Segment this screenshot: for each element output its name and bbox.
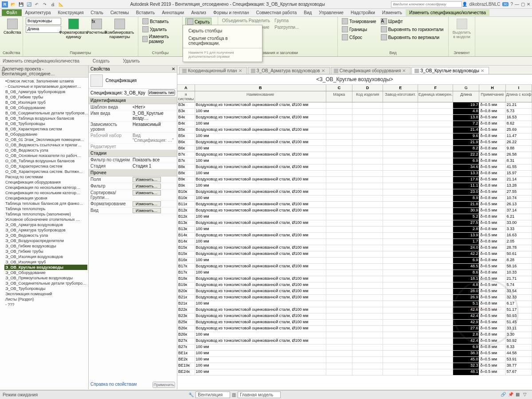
col-letter[interactable]: A <box>177 85 195 91</box>
tab-modify[interactable]: Изменить <box>379 9 406 16</box>
cell[interactable] <box>418 127 453 133</box>
cell[interactable] <box>326 313 352 319</box>
tree-item[interactable]: Спецификация по нескольким категор… <box>4 190 87 196</box>
cell[interactable] <box>383 115 418 121</box>
cell[interactable]: 8.2 <box>453 146 479 152</box>
cell[interactable]: 6.9 <box>453 158 479 164</box>
cell[interactable] <box>418 208 453 214</box>
schedule-row[interactable]: В14кВоздуховод из тонколистовой оцинкова… <box>177 233 532 239</box>
cell[interactable]: В16к <box>177 258 195 263</box>
cell[interactable]: 100 мм <box>195 183 326 189</box>
cell[interactable]: 18.1 <box>453 276 479 282</box>
schedule-row[interactable]: В9кВоздуховод из тонколистовой оцинкован… <box>177 177 532 183</box>
cell[interactable] <box>418 183 453 189</box>
schedule-row[interactable]: ВЕ2к100 мм45.0δ=0.5 мм53.91 <box>177 357 532 363</box>
cell[interactable]: 8.62 <box>506 121 532 127</box>
tree-item[interactable]: Спецификация уровня <box>4 196 87 201</box>
cell[interactable]: 3.33 <box>506 227 532 232</box>
cell[interactable]: δ=0.5 мм <box>479 276 505 282</box>
cell[interactable] <box>418 233 453 239</box>
schedule-row[interactable]: В16к100 мм6.9δ=0.8 мм8.28 <box>177 258 532 264</box>
tab-manage[interactable]: Управление <box>315 9 347 16</box>
schedule-row[interactable]: ВЕ24к100 мм48.1δ=0.5 мм57.67 <box>177 369 532 376</box>
cell[interactable] <box>326 109 352 114</box>
cell[interactable] <box>326 251 352 257</box>
cell[interactable] <box>418 115 453 121</box>
cell[interactable]: 13.9 <box>453 233 479 239</box>
cell[interactable] <box>352 177 383 183</box>
cell[interactable]: 51.45 <box>506 320 532 325</box>
cell[interactable]: В27к <box>177 338 195 344</box>
cell[interactable] <box>352 109 383 114</box>
cell[interactable] <box>383 264 418 270</box>
signin-icon[interactable]: 👤 <box>462 2 467 7</box>
cell[interactable]: 22.2 <box>453 152 479 158</box>
formatting-edit-button[interactable]: Изменить… <box>133 201 161 207</box>
cell[interactable] <box>383 164 418 170</box>
cell[interactable]: В17к <box>177 264 195 270</box>
cell[interactable] <box>326 276 352 282</box>
appearance-edit-button[interactable]: Изменить… <box>133 208 161 213</box>
cell[interactable]: 100 мм <box>195 369 326 375</box>
cell[interactable]: δ=0.8 мм <box>479 270 505 276</box>
cell[interactable]: В10к <box>177 189 195 195</box>
cell[interactable]: Воздуховод из тонколистовой оцинкованной… <box>195 251 326 257</box>
cell[interactable]: В12к <box>177 208 195 214</box>
cell[interactable]: В18к <box>177 276 195 282</box>
filter-icon[interactable]: ▽ <box>523 392 529 398</box>
cell[interactable]: 6.9 <box>453 344 479 350</box>
cell[interactable]: 28.0 <box>453 289 479 294</box>
options-delete[interactable]: Удалить <box>123 59 140 63</box>
cell[interactable] <box>326 369 352 375</box>
print-icon[interactable]: 🖨 <box>50 1 56 8</box>
schedule-row[interactable]: В26к100 мм2.8δ=0.8 мм3.30 <box>177 332 532 338</box>
tree-item[interactable]: Э_ОВ_Изоляция воздуховодов <box>4 254 87 259</box>
tree-item[interactable]: В_ОВ_Арматура трубопроводов <box>4 89 87 94</box>
col-header[interactable]: Код изделия <box>352 91 383 102</box>
cell[interactable]: 5.73 <box>506 109 532 114</box>
cell[interactable] <box>352 369 383 375</box>
cell[interactable]: 38.77 <box>506 363 532 369</box>
schedule-row[interactable]: В17кВоздуховод из тонколистовой оцинкова… <box>177 264 532 270</box>
minimize-icon[interactable]: — <box>515 2 519 7</box>
tree-item[interactable]: В_ОВ_Характеристика систем <box>4 126 87 132</box>
cell[interactable]: В21к <box>177 301 195 307</box>
cell[interactable] <box>352 270 383 276</box>
cell[interactable] <box>383 357 418 363</box>
cell[interactable] <box>383 214 418 220</box>
col-letter[interactable]: G <box>453 85 479 91</box>
cell[interactable] <box>326 183 352 189</box>
cell[interactable] <box>418 282 453 288</box>
cell[interactable]: 13.28 <box>506 183 532 189</box>
cell[interactable]: δ=0.5 мм <box>479 177 505 183</box>
col-header[interactable]: я системы <box>177 91 195 102</box>
cell[interactable] <box>383 202 418 207</box>
delete-col-button[interactable]: Удалить <box>141 26 180 33</box>
cell[interactable]: 100 мм <box>195 171 326 176</box>
cell[interactable] <box>383 196 418 201</box>
cell[interactable] <box>352 332 383 338</box>
tree-item[interactable]: О_ОВ_Характеристика систем <box>4 164 87 169</box>
cell[interactable] <box>383 338 418 344</box>
cell[interactable]: 19.7 <box>453 102 479 108</box>
cell[interactable]: ВЕ2к <box>177 357 195 363</box>
cell[interactable] <box>352 239 383 245</box>
cell[interactable] <box>383 289 418 294</box>
cell[interactable]: δ=0.8 мм <box>479 183 505 189</box>
cell[interactable]: δ=0.8 мм <box>479 332 505 338</box>
cell[interactable] <box>326 152 352 158</box>
tree-item[interactable]: Э_ОВ_Гибкие воздуховоды <box>4 243 87 249</box>
tab-modify-schedule[interactable]: Изменить спецификацию/количества <box>406 9 489 16</box>
cell[interactable] <box>352 158 383 164</box>
cell[interactable] <box>326 338 352 344</box>
cell[interactable]: В20к <box>177 289 195 294</box>
cell[interactable]: В9к <box>177 177 195 183</box>
cell[interactable] <box>352 264 383 270</box>
tab-systems[interactable]: Системы <box>107 9 133 16</box>
cell[interactable]: 27.5 <box>453 220 479 226</box>
schedule-row[interactable]: В19кВоздуховод из тонколистовой оцинкова… <box>177 282 532 289</box>
keyword-search-input[interactable] <box>391 1 462 8</box>
schedule-row[interactable]: В27кВоздуховод из тонколистовой оцинкова… <box>177 338 532 344</box>
cell[interactable]: Воздуховод из тонколистовой оцинкованной… <box>195 177 326 183</box>
cell[interactable] <box>326 133 352 139</box>
